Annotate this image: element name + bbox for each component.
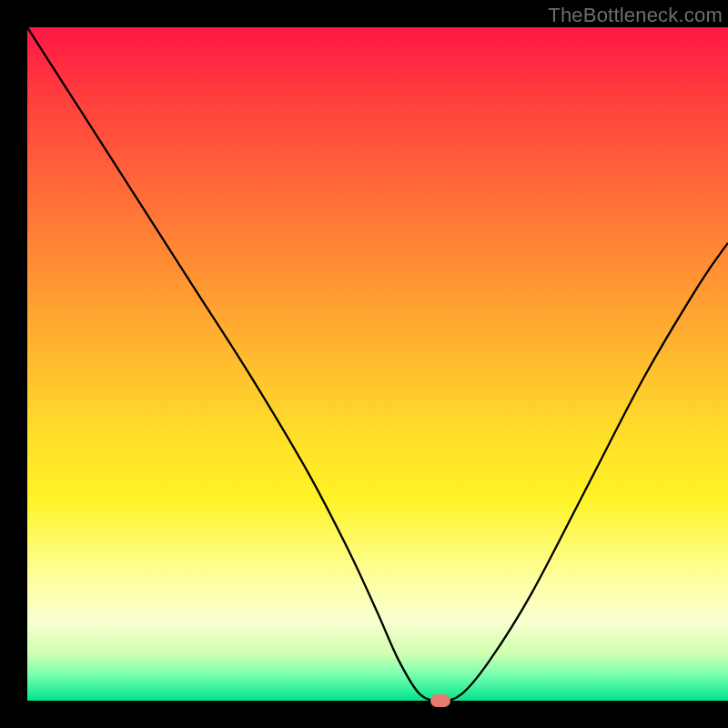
- chart-frame: TheBottleneck.com: [0, 0, 728, 728]
- minimum-marker: [430, 694, 450, 707]
- bottleneck-curve: [27, 27, 728, 701]
- watermark-text: TheBottleneck.com: [548, 4, 723, 27]
- plot-area: [27, 27, 728, 701]
